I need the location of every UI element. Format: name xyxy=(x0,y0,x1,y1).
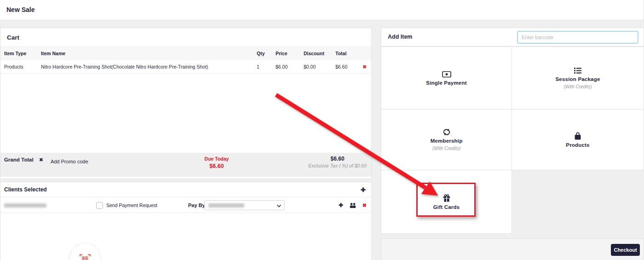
due-today-block: Due Today $6.60 xyxy=(197,156,236,169)
grand-total-label: Grand Total xyxy=(4,157,34,162)
col-discount: Discount xyxy=(304,47,324,60)
page-title: New Sale xyxy=(0,0,644,19)
due-today-label: Due Today xyxy=(197,156,236,162)
tile-products[interactable]: Products xyxy=(512,109,644,170)
tile-subtitle: (With Credits) xyxy=(564,84,592,89)
grand-total-band: Grand Total ✖ Add Promo code Due Today $… xyxy=(0,153,371,177)
tile-gift-cards[interactable]: Gift Cards xyxy=(381,170,512,234)
remove-item-icon[interactable]: ✖ xyxy=(362,60,367,74)
barcode-icon xyxy=(80,254,91,260)
tile-single-payment[interactable]: Single Payment xyxy=(381,46,512,110)
clients-group-icon[interactable] xyxy=(349,202,356,208)
gift-icon xyxy=(443,194,451,202)
col-item-type: Item Type xyxy=(4,47,26,60)
send-payment-checkbox[interactable] xyxy=(96,202,103,209)
pay-by-label: Pay By xyxy=(188,197,205,213)
tile-label: Products xyxy=(566,142,589,148)
clients-title: Clients Selected xyxy=(4,182,47,197)
table-row: Products Nitro Hardcore Pre-Training Sho… xyxy=(0,60,371,74)
tile-label: Single Payment xyxy=(426,80,466,86)
client-row: Send Payment Request Pay By ✚ ✖ xyxy=(0,197,371,213)
topbar: New Sale xyxy=(0,0,644,20)
grand-total-block: $6.60 Exclusive Tax ( %) of $0.60 xyxy=(308,156,367,168)
chevron-down-icon xyxy=(276,203,282,208)
cell-item-name: Nitro Hardcore Pre-Training Shot(Chocola… xyxy=(41,60,208,74)
clients-panel: Clients Selected ✚ Send Payment Request … xyxy=(0,182,372,260)
add-client-button[interactable]: ✚ xyxy=(361,182,366,197)
tax-note: Exclusive Tax ( %) of $0.60 xyxy=(308,163,367,168)
add-row-icon[interactable]: ✚ xyxy=(339,202,343,208)
add-item-panel: Add Item xyxy=(381,28,644,46)
money-icon xyxy=(442,71,451,78)
tile-subtitle: (With Credits) xyxy=(432,146,460,151)
pay-by-select[interactable] xyxy=(204,200,285,210)
cell-price: $6.00 xyxy=(276,60,288,74)
grand-total-amount: $6.60 xyxy=(308,156,367,162)
refresh-icon xyxy=(443,128,451,136)
tile-session-package[interactable]: Session Package (With Credits) xyxy=(512,46,644,110)
checkout-button[interactable]: Checkout xyxy=(611,244,640,256)
checkout-panel: Checkout xyxy=(381,238,644,260)
clear-cart-icon[interactable]: ✖ xyxy=(39,157,43,163)
tile-label: Session Package xyxy=(556,76,600,82)
cell-qty: 1 xyxy=(257,60,259,74)
send-payment-label: Send Payment Request xyxy=(106,197,157,213)
col-item-name: Item Name xyxy=(41,47,65,60)
barcode-scan-button[interactable] xyxy=(70,243,100,260)
barcode-input[interactable] xyxy=(517,31,638,44)
add-item-title: Add Item xyxy=(388,28,412,46)
cell-discount: $0.00 xyxy=(304,60,316,74)
tile-label: Membership xyxy=(431,138,463,144)
cart-panel: Cart Item Type Item Name Qty Price Disco… xyxy=(0,28,372,179)
col-qty: Qty xyxy=(257,47,265,60)
list-icon xyxy=(574,67,582,74)
col-total: Total xyxy=(335,47,346,60)
new-sale-page: New Sale Cart Item Type Item Name Qty Pr… xyxy=(0,0,644,260)
tile-membership[interactable]: Membership (With Credits) xyxy=(381,109,512,170)
pay-by-value-redacted xyxy=(208,203,244,208)
add-promo-link[interactable]: Add Promo code xyxy=(51,159,88,164)
due-today-amount: $6.60 xyxy=(197,163,236,169)
tile-label: Gift Cards xyxy=(433,204,460,210)
clients-header: Clients Selected ✚ xyxy=(0,182,371,197)
client-name-redacted xyxy=(4,203,46,208)
remove-client-icon[interactable]: ✖ xyxy=(362,202,367,208)
shopping-bag-icon xyxy=(574,132,582,140)
col-price: Price xyxy=(276,47,288,60)
cart-header-row: Item Type Item Name Qty Price Discount T… xyxy=(0,47,371,60)
cell-total: $6.60 xyxy=(335,60,347,74)
cart-title: Cart xyxy=(0,28,371,47)
cell-item-type: Products xyxy=(4,60,23,74)
